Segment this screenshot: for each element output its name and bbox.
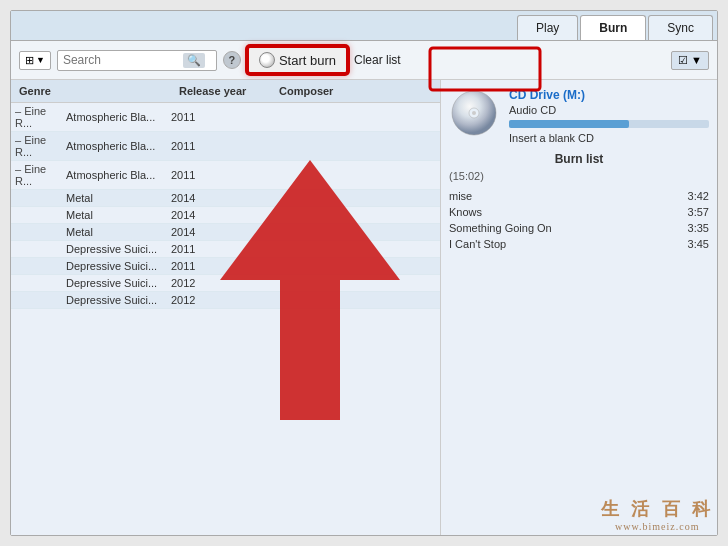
burn-track-title: Something Going On: [449, 222, 552, 234]
col-header-genre: Genre: [11, 83, 171, 99]
row-genre: Depressive Suici...: [66, 294, 171, 306]
check-options-button[interactable]: ☑ ▼: [671, 51, 709, 70]
insert-cd-text: Insert a blank CD: [509, 132, 709, 144]
burn-track-item[interactable]: Knows 3:57: [449, 204, 709, 220]
toolbar: ⊞ ▼ 🔍 ? Start burn Clear list ☑ ▼: [11, 41, 717, 80]
row-genre: Depressive Suici...: [66, 260, 171, 272]
row-year: 2011: [171, 243, 231, 255]
cd-drive-section: CD Drive (M:) Audio CD Insert a blank CD: [449, 88, 709, 144]
watermark: 生 活 百 科 www.bimeiz.com: [601, 497, 715, 532]
list-item[interactable]: Depressive Suici... 2011: [11, 241, 440, 258]
svg-point-3: [472, 111, 476, 115]
burn-track-item[interactable]: mise 3:42: [449, 188, 709, 204]
row-year: 2014: [171, 226, 231, 238]
watermark-main-text: 生 活 百 科: [601, 497, 715, 521]
list-item[interactable]: – Eine R... Atmospheric Bla... 2011: [11, 132, 440, 161]
burn-track-duration: 3:57: [688, 206, 709, 218]
row-genre: Depressive Suici...: [66, 277, 171, 289]
drive-progress-bar: [509, 120, 629, 128]
clear-list-button[interactable]: Clear list: [354, 53, 401, 67]
tab-play[interactable]: Play: [517, 15, 578, 40]
start-burn-button[interactable]: Start burn: [247, 46, 348, 74]
burn-track-duration: 3:42: [688, 190, 709, 202]
row-genre: Depressive Suici...: [66, 243, 171, 255]
burn-track-duration: 3:35: [688, 222, 709, 234]
row-prefix: – Eine R...: [11, 134, 66, 158]
drive-progress: [509, 120, 709, 128]
chevron-down-icon: ▼: [36, 55, 45, 65]
tab-sync[interactable]: Sync: [648, 15, 713, 40]
row-year: 2011: [171, 111, 231, 123]
list-item[interactable]: Depressive Suici... 2012: [11, 292, 440, 309]
burn-list-header: Burn list: [449, 152, 709, 166]
burn-track-item[interactable]: Something Going On 3:35: [449, 220, 709, 236]
row-genre: Atmospheric Bla...: [66, 111, 171, 123]
left-pane: Genre Release year Composer – Eine R... …: [11, 80, 441, 535]
row-genre: Atmospheric Bla...: [66, 140, 171, 152]
list-item[interactable]: Depressive Suici... 2012: [11, 275, 440, 292]
drive-type: Audio CD: [509, 104, 709, 116]
burn-track-list: mise 3:42 Knows 3:57 Something Going On …: [449, 188, 709, 252]
list-rows: – Eine R... Atmospheric Bla... 2011 – Ei…: [11, 103, 440, 535]
row-year: 2011: [171, 169, 231, 181]
list-header: Genre Release year Composer: [11, 80, 440, 103]
row-year: 2012: [171, 294, 231, 306]
drive-info: CD Drive (M:) Audio CD Insert a blank CD: [509, 88, 709, 144]
burn-track-title: mise: [449, 190, 472, 202]
list-item[interactable]: – Eine R... Atmospheric Bla... 2011: [11, 103, 440, 132]
col-header-composer: Composer: [271, 83, 440, 99]
tab-burn[interactable]: Burn: [580, 15, 646, 40]
search-input[interactable]: [63, 53, 183, 67]
start-burn-label: Start burn: [279, 53, 336, 68]
burn-disc-icon: [259, 52, 275, 68]
burn-list-subtitle: (15:02): [449, 170, 709, 182]
row-year: 2011: [171, 260, 231, 272]
row-genre: Metal: [66, 209, 171, 221]
drive-name[interactable]: CD Drive (M:): [509, 88, 709, 102]
cd-disc-visual: [449, 88, 499, 138]
burn-track-duration: 3:45: [688, 238, 709, 250]
row-genre: Metal: [66, 226, 171, 238]
tab-bar: Play Burn Sync: [11, 11, 717, 41]
col-header-year: Release year: [171, 83, 271, 99]
watermark-url: www.bimeiz.com: [601, 521, 715, 532]
list-item[interactable]: Depressive Suici... 2011: [11, 258, 440, 275]
list-item[interactable]: Metal 2014: [11, 224, 440, 241]
list-item[interactable]: – Eine R... Atmospheric Bla... 2011: [11, 161, 440, 190]
row-year: 2011: [171, 140, 231, 152]
row-year: 2012: [171, 277, 231, 289]
row-year: 2014: [171, 209, 231, 221]
view-toggle-button[interactable]: ⊞ ▼: [19, 51, 51, 70]
row-genre: Atmospheric Bla...: [66, 169, 171, 181]
right-pane: CD Drive (M:) Audio CD Insert a blank CD…: [441, 80, 717, 535]
search-box: 🔍: [57, 50, 217, 71]
help-button[interactable]: ?: [223, 51, 241, 69]
burn-track-title: Knows: [449, 206, 482, 218]
search-button[interactable]: 🔍: [183, 53, 205, 68]
main-content: Genre Release year Composer – Eine R... …: [11, 80, 717, 535]
burn-track-title: I Can't Stop: [449, 238, 506, 250]
row-year: 2014: [171, 192, 231, 204]
list-item[interactable]: Metal 2014: [11, 207, 440, 224]
row-prefix: – Eine R...: [11, 105, 66, 129]
list-item[interactable]: Metal 2014: [11, 190, 440, 207]
row-prefix: – Eine R...: [11, 163, 66, 187]
row-genre: Metal: [66, 192, 171, 204]
view-grid-icon: ⊞: [25, 54, 34, 67]
burn-track-item[interactable]: I Can't Stop 3:45: [449, 236, 709, 252]
